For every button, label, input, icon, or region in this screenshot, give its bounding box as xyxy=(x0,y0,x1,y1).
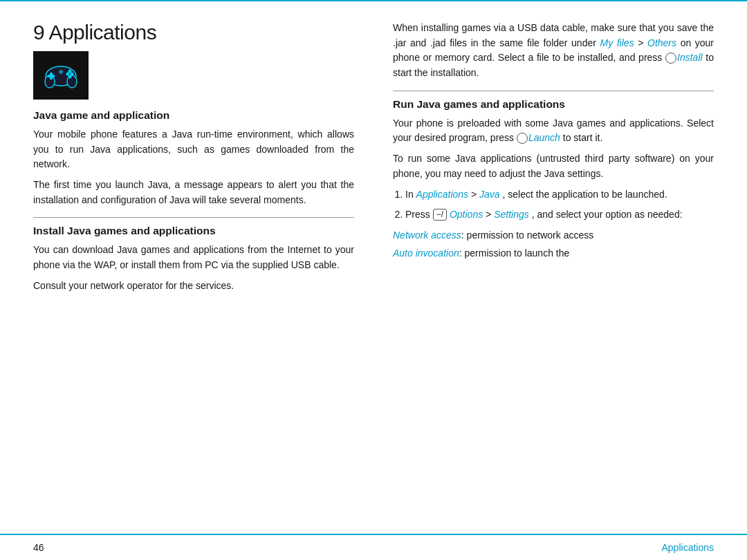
network-access-link: Network access xyxy=(393,230,461,241)
right-column: When installing games via a USB data cab… xyxy=(386,21,714,534)
svg-rect-4 xyxy=(50,73,53,80)
run-java-para2: To run some Java applications (untrusted… xyxy=(393,151,714,181)
run-java-para1: Your phone is preloaded with some Java g… xyxy=(393,116,714,146)
bottom-bar: 46 Applications xyxy=(0,534,747,560)
auto-invocation-text: Auto invocation: permission to launch th… xyxy=(393,246,714,261)
left-column: 9 Applications xyxy=(33,21,361,534)
svg-point-6 xyxy=(71,73,74,76)
java-game-para1: Your mobile phone features a Java run-ti… xyxy=(33,127,354,172)
run-java-heading: Run Java games and applications xyxy=(393,98,714,111)
option-key: −/ xyxy=(433,209,447,221)
section-divider-2 xyxy=(393,91,714,91)
usb-install-para: When installing games via a USB data cab… xyxy=(393,21,714,81)
svg-point-5 xyxy=(66,73,70,76)
auto-invocation-link: Auto invocation xyxy=(393,248,459,259)
my-files-link: My files xyxy=(600,37,634,48)
page: 9 Applications xyxy=(0,0,747,560)
svg-point-8 xyxy=(68,75,72,79)
chapter-title: 9 Applications xyxy=(33,21,354,44)
svg-point-9 xyxy=(59,70,63,74)
java-settings-list: In Applications > Java , select the appl… xyxy=(393,187,714,223)
list-item-1: In Applications > Java , select the appl… xyxy=(405,187,714,203)
circle-icon-launch xyxy=(517,133,528,144)
install-link: Install xyxy=(677,52,703,63)
java-game-para2: The first time you launch Java, a messag… xyxy=(33,178,354,207)
java-game-heading: Java game and application xyxy=(33,109,354,122)
install-java-para2: Consult your network operator for the se… xyxy=(33,279,354,294)
circle-icon xyxy=(665,53,676,64)
java-link: Java xyxy=(479,189,500,200)
install-java-para1: You can download Java games and applicat… xyxy=(33,243,354,272)
content-area: 9 Applications xyxy=(0,1,747,534)
settings-link: Settings xyxy=(494,209,529,220)
others-link: Others xyxy=(647,37,676,48)
svg-point-7 xyxy=(68,70,72,73)
network-access-text: Network access: permission to network ac… xyxy=(393,228,714,243)
launch-link: Launch xyxy=(528,132,560,143)
game-icon xyxy=(33,51,89,100)
page-number: 46 xyxy=(33,542,44,553)
applications-link: Applications xyxy=(416,189,469,200)
bottom-section-label: Applications xyxy=(662,542,714,553)
section-divider-1 xyxy=(33,217,354,218)
list-item-2: Press −/ Options > Settings , and select… xyxy=(405,207,714,223)
install-java-heading: Install Java games and applications xyxy=(33,225,354,237)
options-link: Options xyxy=(450,209,483,220)
